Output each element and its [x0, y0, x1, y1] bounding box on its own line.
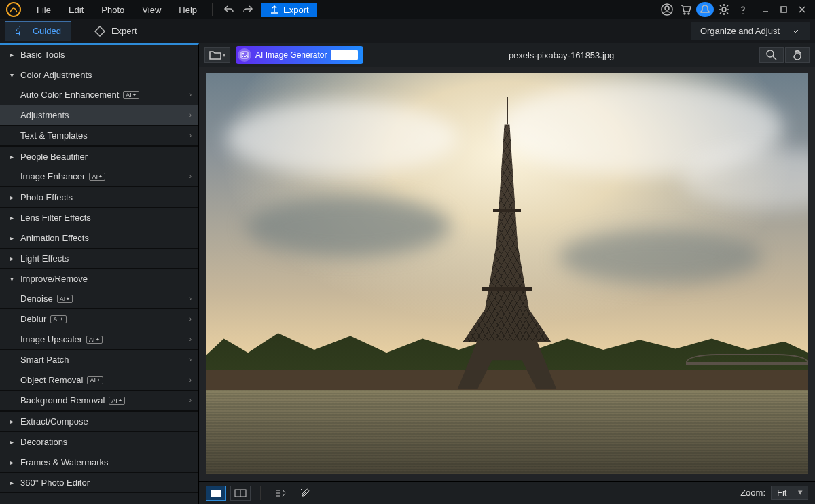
item-label: Adjustments — [20, 110, 189, 120]
view-single-button[interactable] — [206, 486, 226, 501]
ai-badge: AI — [123, 91, 139, 99]
svg-point-3 — [684, 13, 685, 14]
eyedropper-button[interactable] — [295, 486, 315, 501]
section-label: Basic Tools — [20, 50, 192, 60]
item-label: DenoiseAI — [20, 293, 189, 304]
close-button[interactable] — [793, 2, 811, 17]
sidebar-item-background-removal[interactable]: Background RemovalAI› — [0, 391, 198, 411]
sidebar-section-photo-effects[interactable]: ▸Photo Effects — [0, 187, 198, 207]
chevron-down-icon — [791, 26, 800, 36]
chevron-icon: ▸ — [7, 51, 16, 58]
item-label: Background RemovalAI — [20, 395, 189, 406]
undo-button[interactable] — [220, 2, 238, 17]
sidebar-section-color-adjustments[interactable]: ▾Color Adjustments — [0, 65, 198, 85]
item-label: Auto Color EnhancementAI — [20, 90, 189, 100]
sidebar-item-image-upscaler[interactable]: Image UpscalerAI› — [0, 329, 198, 350]
section-label: Decorations — [20, 437, 192, 447]
maximize-button[interactable] — [775, 2, 793, 17]
chevron-icon: ▸ — [7, 234, 16, 242]
export-label: Export — [283, 5, 309, 15]
sidebar-section-people-beautifier[interactable]: ▸People Beautifier — [0, 147, 198, 166]
organize-label: Organize and Adjust — [700, 26, 780, 36]
minimize-button[interactable] — [757, 2, 774, 17]
svg-point-8 — [242, 53, 244, 54]
zoom-dropdown[interactable]: Fit — [771, 486, 808, 500]
pan-tool-button[interactable] — [785, 47, 810, 63]
settings-icon[interactable] — [715, 2, 733, 17]
sidebar-item-image-enhancer[interactable]: Image EnhancerAI› — [0, 166, 198, 187]
item-label: Smart Patch — [20, 355, 189, 365]
item-label: Image EnhancerAI — [20, 171, 189, 181]
sidebar-item-object-removal[interactable]: Object RemovalAI› — [0, 370, 198, 391]
menu-file[interactable]: File — [29, 2, 59, 18]
sidebar-section-light-effects[interactable]: ▸Light Effects — [0, 249, 198, 268]
menu-bar: File Edit Photo View Help — [29, 2, 205, 18]
organize-dropdown[interactable]: Organize and Adjust — [691, 22, 810, 40]
item-label: Object RemovalAI — [20, 375, 189, 385]
ai-badge: AI — [89, 173, 105, 181]
ai-gen-label: AI Image Generator — [255, 50, 327, 60]
compare-button[interactable] — [270, 486, 291, 501]
chevron-icon: ▸ — [7, 458, 16, 466]
sidebar-item-denoise[interactable]: DenoiseAI› — [0, 289, 198, 309]
redo-button[interactable] — [239, 2, 257, 17]
svg-point-2 — [665, 6, 669, 10]
ai-badge: AI — [109, 397, 125, 405]
item-label: Text & Templates — [20, 130, 189, 141]
notification-icon[interactable] — [696, 2, 714, 17]
sidebar-section-improve-remove[interactable]: ▾Improve/Remove — [0, 269, 198, 289]
help-icon[interactable] — [734, 2, 752, 17]
ai-badge: AI — [86, 336, 103, 344]
mode-expert-label: Expert — [111, 26, 137, 36]
zoom-tool-button[interactable] — [759, 47, 784, 63]
ai-badge: AI — [57, 295, 73, 303]
chevron-icon: ▸ — [7, 194, 16, 201]
svg-rect-6 — [781, 7, 786, 12]
bottom-bar: Zoom: Fit — [199, 481, 815, 504]
sidebar-item-smart-patch[interactable]: Smart Patch› — [0, 350, 198, 370]
chevron-icon: ▸ — [7, 438, 16, 446]
chevron-icon: ▸ — [7, 255, 16, 262]
sidebar-section-lens-filter-effects[interactable]: ▸Lens Filter Effects — [0, 208, 198, 228]
chevron-right-icon: › — [189, 356, 192, 363]
editor-area: ▾ AI Image Generator BETA pexels-pixabay… — [199, 43, 815, 504]
sidebar-section-decorations[interactable]: ▸Decorations — [0, 432, 198, 452]
image-canvas[interactable] — [206, 73, 808, 474]
export-button[interactable]: Export — [261, 3, 317, 17]
cart-icon[interactable] — [677, 2, 695, 17]
svg-point-5 — [722, 7, 726, 12]
open-folder-button[interactable]: ▾ — [204, 47, 230, 63]
ai-badge: AI — [50, 315, 67, 323]
mode-guided[interactable]: Guided — [5, 22, 71, 41]
beta-badge: BETA — [331, 50, 358, 60]
editor-toolbar: ▾ AI Image Generator BETA pexels-pixabay… — [199, 43, 815, 67]
sidebar-item-adjustments[interactable]: Adjustments› — [0, 105, 198, 126]
sidebar-item-deblur[interactable]: DeblurAI› — [0, 309, 198, 329]
chevron-icon: ▸ — [7, 479, 16, 486]
chevron-right-icon: › — [189, 173, 192, 180]
menu-view[interactable]: View — [134, 2, 169, 18]
chevron-icon: ▸ — [7, 153, 16, 160]
sidebar-item-auto-color-enhancement[interactable]: Auto Color EnhancementAI› — [0, 85, 198, 105]
chevron-right-icon: › — [189, 397, 192, 404]
chevron-right-icon: › — [189, 295, 192, 302]
sidebar: ▸Basic Tools▾Color AdjustmentsAuto Color… — [0, 43, 199, 504]
sidebar-section-extract-compose[interactable]: ▸Extract/Compose — [0, 412, 198, 431]
view-split-button[interactable] — [230, 486, 251, 501]
menu-photo[interactable]: Photo — [93, 2, 132, 18]
sidebar-section-animation-effects[interactable]: ▸Animation Effects — [0, 228, 198, 248]
image-icon — [238, 48, 251, 62]
sidebar-section-basic-tools[interactable]: ▸Basic Tools — [0, 45, 198, 65]
account-icon[interactable] — [658, 2, 676, 17]
sidebar-section-frames-watermarks[interactable]: ▸Frames & Watermarks — [0, 452, 198, 472]
sidebar-section-360-photo-editor[interactable]: ▸360° Photo Editor — [0, 473, 198, 492]
mode-guided-label: Guided — [33, 26, 61, 36]
menu-edit[interactable]: Edit — [60, 2, 92, 18]
chevron-icon: ▾ — [7, 71, 16, 79]
menu-help[interactable]: Help — [170, 2, 205, 18]
ai-image-generator-button[interactable]: AI Image Generator BETA — [236, 46, 363, 64]
chevron-icon: ▾ — [7, 275, 16, 283]
mode-expert[interactable]: Expert — [84, 22, 147, 41]
section-label: Photo Effects — [20, 192, 192, 202]
sidebar-item-text-templates[interactable]: Text & Templates› — [0, 126, 198, 146]
